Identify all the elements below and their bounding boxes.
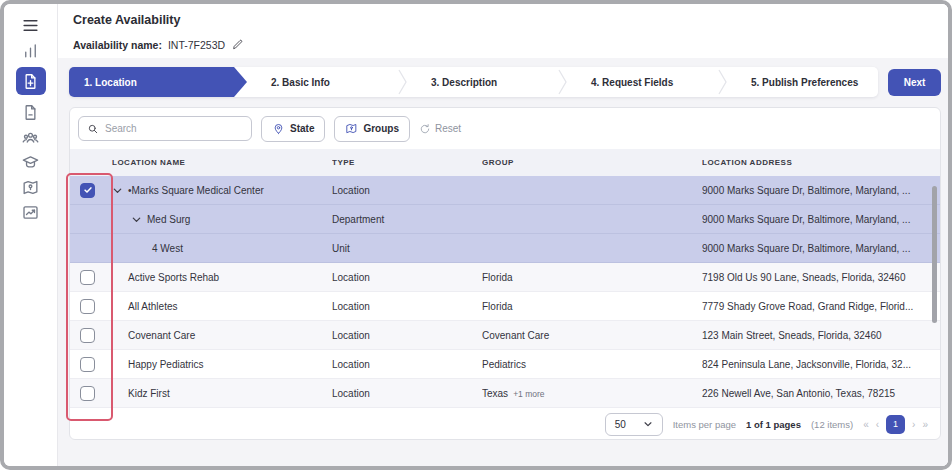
hamburger-icon bbox=[21, 16, 40, 35]
step-separator-icon bbox=[398, 67, 407, 97]
chevron-down-icon[interactable] bbox=[131, 214, 142, 225]
column-header-type: TYPE bbox=[332, 158, 482, 167]
hamburger-menu-button[interactable] bbox=[16, 13, 46, 37]
sidebar-item-locations[interactable] bbox=[16, 175, 46, 199]
step-publish-preferences[interactable]: 5. Publish Preferences bbox=[727, 67, 878, 97]
items-per-page-select[interactable]: 50 bbox=[605, 413, 663, 436]
map-pin-icon bbox=[21, 178, 40, 197]
wizard-stepper: 1. Location 2. Basic Info 3. Description… bbox=[69, 67, 878, 97]
step-request-fields[interactable]: 4. Request Fields bbox=[567, 67, 718, 97]
table-row[interactable]: All Athletes Location Florida 7779 Shady… bbox=[70, 292, 940, 321]
row-checkbox[interactable] bbox=[80, 299, 95, 314]
sidebar-item-documents[interactable] bbox=[16, 100, 46, 124]
sidebar-item-education[interactable] bbox=[16, 150, 46, 174]
state-filter-button[interactable]: State bbox=[261, 116, 325, 142]
row-checkbox[interactable] bbox=[80, 357, 95, 372]
row-checkbox[interactable] bbox=[80, 386, 95, 401]
table-row[interactable]: 4 West Unit 9000 Marks Square Dr, Baltim… bbox=[70, 234, 940, 263]
search-icon bbox=[87, 123, 99, 135]
main-area: Create Availability Availability name: I… bbox=[58, 4, 948, 466]
search-box[interactable] bbox=[78, 116, 252, 141]
sidebar bbox=[4, 4, 58, 466]
page-info: 1 of 1 pages bbox=[746, 419, 801, 430]
column-header-location-name: LOCATION NAME bbox=[104, 158, 332, 167]
table-row[interactable]: •Marks Square Medical Center Location 90… bbox=[70, 176, 940, 205]
location-table-card: State Groups Reset LOCATION NAME TYP bbox=[69, 107, 941, 440]
group-more-badge[interactable]: +1 more bbox=[513, 389, 544, 399]
first-page-button[interactable]: « bbox=[863, 419, 869, 430]
sidebar-item-people[interactable] bbox=[16, 125, 46, 149]
step-basic-info[interactable]: 2. Basic Info bbox=[247, 67, 398, 97]
step-location[interactable]: 1. Location bbox=[69, 67, 247, 97]
bar-chart-icon bbox=[21, 41, 40, 60]
step-description[interactable]: 3. Description bbox=[407, 67, 558, 97]
filter-toolbar: State Groups Reset bbox=[70, 108, 940, 149]
file-icon bbox=[21, 103, 40, 122]
page-header: Create Availability Availability name: I… bbox=[58, 4, 948, 58]
table-row[interactable]: Happy Pediatrics Location Pediatrics 824… bbox=[70, 350, 940, 379]
column-header-group: GROUP bbox=[482, 158, 702, 167]
sidebar-item-reports[interactable] bbox=[16, 200, 46, 224]
pencil-icon[interactable] bbox=[231, 38, 244, 51]
column-header-location-address: LOCATION ADDRESS bbox=[702, 158, 940, 167]
pagination-bar: 50 Items per page 1 of 1 pages (12 items… bbox=[70, 408, 940, 440]
row-checkbox[interactable] bbox=[80, 270, 95, 285]
groups-filter-button[interactable]: Groups bbox=[334, 116, 410, 142]
refresh-icon bbox=[419, 123, 431, 135]
page-title: Create Availability bbox=[73, 13, 932, 27]
next-button[interactable]: Next bbox=[888, 69, 941, 96]
app-window: Create Availability Availability name: I… bbox=[0, 0, 952, 470]
graduation-cap-icon bbox=[21, 153, 40, 172]
availability-name-label: Availability name: bbox=[73, 39, 162, 51]
search-input[interactable] bbox=[105, 123, 243, 134]
table-header: LOCATION NAME TYPE GROUP LOCATION ADDRES… bbox=[70, 149, 940, 176]
row-checkbox[interactable] bbox=[80, 328, 95, 343]
items-count: (12 items) bbox=[811, 419, 853, 430]
line-chart-icon bbox=[21, 203, 40, 222]
previous-page-button[interactable]: ‹ bbox=[876, 419, 879, 430]
next-page-button[interactable]: › bbox=[912, 419, 915, 430]
vertical-scrollbar[interactable] bbox=[932, 186, 937, 323]
sidebar-item-analytics[interactable] bbox=[16, 38, 46, 62]
last-page-button[interactable]: » bbox=[922, 419, 928, 430]
reset-button[interactable]: Reset bbox=[419, 123, 461, 135]
sidebar-item-create-availability[interactable] bbox=[16, 67, 46, 95]
availability-name-value: INT-7F253D bbox=[168, 39, 225, 51]
items-per-page-label: Items per page bbox=[673, 419, 736, 430]
map-icon bbox=[345, 122, 358, 135]
chevron-down-icon bbox=[643, 419, 653, 429]
current-page-button[interactable]: 1 bbox=[886, 415, 905, 434]
table-row[interactable]: Covenant Care Location Covenant Care 123… bbox=[70, 321, 940, 350]
table-row[interactable]: Active Sports Rehab Location Florida 719… bbox=[70, 263, 940, 292]
step-separator-icon bbox=[718, 67, 727, 97]
step-separator-icon bbox=[558, 67, 567, 97]
table-row[interactable]: Kidz First Location Texas+1 more 226 New… bbox=[70, 379, 940, 408]
checkmark-icon bbox=[83, 185, 93, 195]
people-icon bbox=[21, 128, 40, 147]
table-row[interactable]: Med Surg Department 9000 Marks Square Dr… bbox=[70, 205, 940, 234]
content-area: 1. Location 2. Basic Info 3. Description… bbox=[58, 58, 948, 466]
row-checkbox-checked[interactable] bbox=[80, 183, 95, 198]
file-plus-icon bbox=[21, 72, 40, 91]
location-pin-icon bbox=[272, 122, 285, 135]
chevron-down-icon[interactable] bbox=[112, 185, 123, 196]
